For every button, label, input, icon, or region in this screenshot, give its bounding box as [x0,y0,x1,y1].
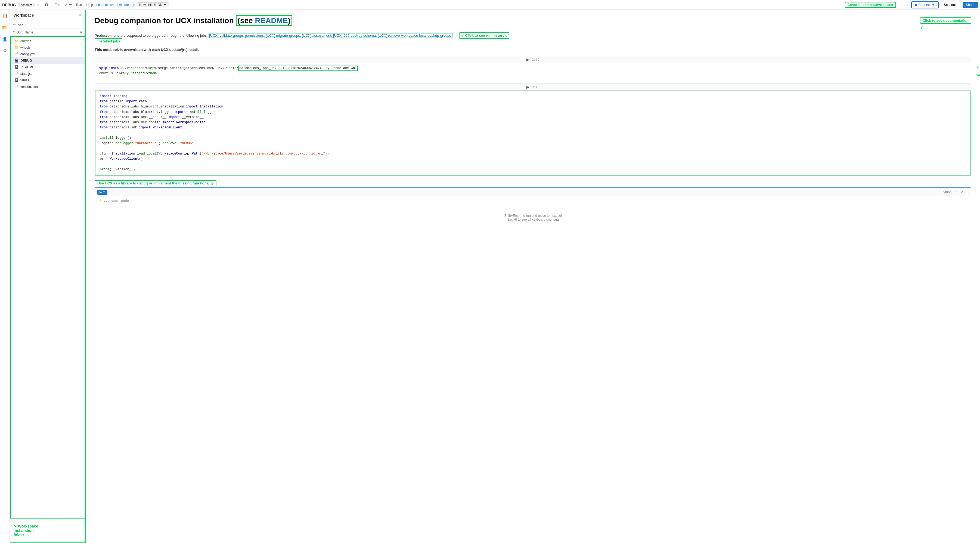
run-cell2-button[interactable]: ▶ [527,57,530,62]
cell-2-line1: %pip install /Workspace/Users/serge.smer… [99,66,967,71]
ucx-lib-annotation: Use UCX as a library to debug or impleme… [95,180,216,186]
schedule-button[interactable]: Schedule [941,2,961,8]
run-dropdown-icon[interactable]: ▼ [103,191,105,193]
cell-3-label: Cell 3 [531,85,539,89]
cell4-actions: Python ✦ : ⤢ ⋮ [942,190,969,194]
cell-2-body: %pip install /Workspace/Users/serge.smer… [95,63,971,79]
list-item-debug[interactable]: 📓 DEBUG [11,57,85,64]
list-item[interactable]: 📄 config.yml [11,51,85,57]
hint-esc-h: [Esc H] to see all keyboard shortcuts [98,218,968,221]
close-icon[interactable]: ✕ [79,13,82,18]
notebook-icon: 📓 [14,78,19,83]
run-cell3-button[interactable]: ▶ [527,85,530,89]
sidebar-icon-files[interactable]: 📂 [1,24,9,31]
sort-bar: ⇅ Sort: Name ▼ [10,29,85,36]
doc-annotation-box: Click to see documentation [920,18,971,24]
notebook-icon: 📓 [14,59,19,63]
cell4-expand-icon[interactable]: ⤢ [961,190,963,194]
arrow-right-icon: →→ [898,2,909,8]
comment-code: # ... your code [100,199,129,203]
sort-label: ⇅ Sort: Name [13,30,33,34]
desc1-text: Production runs are supposed to be trigg… [95,33,208,38]
sidebar-icon-users[interactable]: 👤 [1,35,9,43]
connect-annotation: Connect to interactive cluster [845,2,896,8]
sidebar-icon-notebook[interactable]: 📋 [1,12,9,19]
cell-2-header: ▶ Cell 2 [95,56,971,63]
share-button[interactable]: Share [963,2,978,8]
list-item[interactable]: 📄 state.json [11,70,85,77]
run-cell4-button[interactable]: ▶ ▼ [97,189,107,195]
doc-annotation: Click to see documentation ↙ [920,18,971,30]
sidebar-icon-strip: 📋 📂 👤 ⚙ [0,10,10,543]
file-icon: 📄 [14,72,19,76]
menu-bar: File Edit View Run Help [43,2,95,7]
link-destroy[interactable]: [UCX] 099-destroy-schema [333,33,376,38]
list-item[interactable]: 📄 version.json [11,83,85,90]
star-icon[interactable]: ☆ [36,3,40,7]
overwrite-warning: This notebook is overwritten with each U… [95,48,971,52]
link-migrate[interactable]: [UCX] migrate-groups [266,33,300,38]
back-button[interactable]: ← [13,22,16,27]
connect-dot [915,4,917,6]
nav-path: .ucx [18,22,78,26]
description-row: Production runs are supposed to be trigg… [95,33,971,45]
heading-block: Debug companion for UCX installation (se… [95,16,292,28]
new-cell-ui-toggle[interactable]: New cell UI: ON ▼ [137,2,169,7]
cell-4-header: ▶ ▼ Python ✦ : ⤢ ⋮ [95,188,971,196]
top-bar-right: Connect to interactive cluster →→ Connec… [845,2,978,8]
link-remove[interactable]: [UCX] remove-workspace-local-backup-grou… [378,33,451,38]
notebook-content: Debug companion for UCX installation (se… [86,10,980,543]
language-badge[interactable]: Python ▼ [18,3,35,7]
top-bar: DEBUG Python ▼ ☆ File Edit View Run Help… [0,0,980,10]
menu-view[interactable]: View [63,2,73,7]
loading-annotation: ↙ Loading exactly the same UCX version, … [977,64,980,77]
cell-3-wrapper: ▶ Cell 3 import logging from pathlib imp… [95,83,971,176]
last-edit-link[interactable]: Last edit was 1 minute ago [96,3,135,7]
cell-2-label: Cell 2 [531,58,539,61]
workspace-annotation: ↖ Workspaceinstallationfolder [10,519,85,543]
cell-4-body[interactable]: # ... your code [95,196,971,205]
cell-2-line2: dbutils.library.restartPython() [99,71,967,76]
heading-box: (see README) [236,15,292,26]
cell-3-header: ▶ Cell 3 [95,84,971,91]
menu-help[interactable]: Help [85,2,95,7]
list-item[interactable]: 📁 wheels [11,45,85,51]
top-bar-left: DEBUG Python ▼ ☆ File Edit View Run Help… [2,2,169,7]
wheel-box: databricks_labs_ucx-0.13.3+1820240304124… [238,65,358,71]
sidebar-title: Workspace [14,13,34,18]
folder-icon: 📁 [14,39,19,43]
list-item[interactable]: 📁 queries [11,38,85,45]
link-assessment[interactable]: [UCX] assessment [302,33,331,38]
cell-4: ▶ ▼ Python ✦ : ⤢ ⋮ # ... your code [95,188,971,206]
connect-button[interactable]: Connect ▼ [911,2,939,8]
cell4-sparkle-icon[interactable]: ✦ : [954,190,958,194]
keyboard-hints: [Shift+Enter] to run and move to next ce… [95,210,971,225]
heading-row: Debug companion for UCX installation (se… [95,16,971,30]
workspace-sidebar: Workspace ✕ ← .ucx ⋮ ⇅ Sort: Name ▼ 📁 qu… [10,10,86,543]
link-validate[interactable]: [UCX] validate-groups-permissions [209,33,264,38]
cell4-run-group: ▶ ▼ [97,189,107,195]
readme-link[interactable]: README [255,16,288,25]
notebook-title: DEBUG [2,3,16,7]
notebook-heading: Debug companion for UCX installation (se… [95,16,292,25]
file-icon: 📄 [14,52,19,56]
hint-shift-enter: [Shift+Enter] to run and move to next ce… [98,214,968,218]
sidebar-icon-settings[interactable]: ⚙ [2,47,8,54]
notebook-icon: 📓 [14,65,19,69]
menu-file[interactable]: File [43,2,52,7]
file-list: 📁 queries 📁 wheels 📄 config.yml 📓 DEBUG … [10,36,85,519]
menu-run[interactable]: Run [75,2,84,7]
folder-icon: 📁 [14,45,19,50]
file-icon: 📄 [14,84,19,89]
list-item[interactable]: 📓 tables [11,77,85,83]
main-layout: 📋 📂 👤 ⚙ Workspace ✕ ← .ucx ⋮ ⇅ Sort: Nam… [0,10,980,543]
menu-edit[interactable]: Edit [53,2,62,7]
cell4-more-icon[interactable]: ⋮ [965,190,969,194]
sort-dropdown[interactable]: ▼ [80,30,83,34]
nav-more-icon[interactable]: ⋮ [79,22,83,27]
cell-3: ▶ Cell 3 import logging from pathlib imp… [95,83,971,176]
sidebar-nav: ← .ucx ⋮ [10,20,85,29]
cell4-lang: Python [942,190,951,194]
list-item[interactable]: 📓 README [11,64,85,70]
ucx-lib-annotation-row: Use UCX as a library to debug or impleme… [95,180,971,186]
